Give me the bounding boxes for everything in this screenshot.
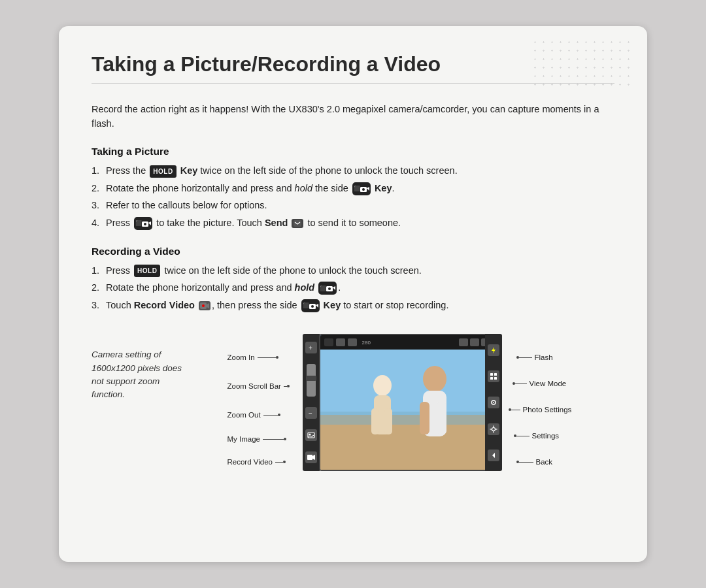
cam-icon-r2 bbox=[470, 338, 479, 346]
photo-settings-btn[interactable] bbox=[488, 397, 499, 408]
page-container: Taking a Picture/Recording a Video Recor… bbox=[59, 26, 647, 562]
section-recording-video: Recording a Video 1. Press HOLD twice on… bbox=[92, 246, 614, 314]
callout-my-image-label: My Image bbox=[227, 435, 261, 443]
camera-note: Camera setting of 1600x1200 pixels does … bbox=[92, 329, 186, 401]
callout-photo-settings-label: Photo Settings bbox=[523, 406, 572, 414]
callout-back-label: Back bbox=[536, 458, 553, 466]
callout-view-mode: View Mode bbox=[513, 380, 567, 387]
cam-icon-1 bbox=[324, 338, 333, 346]
svg-marker-1 bbox=[367, 187, 369, 191]
svg-rect-32 bbox=[437, 402, 446, 434]
svg-point-2 bbox=[362, 188, 365, 191]
flash-btn[interactable] bbox=[488, 344, 499, 356]
record-video-sidebar-btn[interactable] bbox=[305, 451, 317, 463]
cam-right-sidebar bbox=[485, 334, 502, 471]
camera-diagram-wrapper: + − bbox=[206, 329, 614, 479]
svg-rect-37 bbox=[494, 377, 497, 380]
taking-picture-steps: 1. Press the HOLD Key twice on the left … bbox=[92, 163, 614, 231]
svg-point-19 bbox=[309, 434, 311, 436]
cam-screen: 280 bbox=[319, 334, 496, 471]
svg-rect-22 bbox=[320, 350, 496, 415]
section2-title: Recording a Video bbox=[92, 246, 614, 257]
svg-text:−: − bbox=[309, 410, 312, 417]
svg-marker-14 bbox=[316, 304, 318, 308]
callout-record-video-label: Record Video bbox=[227, 458, 273, 466]
camera-key-icon-3 bbox=[318, 282, 337, 295]
hold-badge-1: HOLD bbox=[150, 165, 176, 178]
svg-marker-21 bbox=[312, 455, 315, 460]
svg-rect-24 bbox=[320, 412, 496, 425]
svg-rect-27 bbox=[371, 408, 379, 434]
svg-point-15 bbox=[311, 305, 314, 308]
svg-rect-28 bbox=[384, 408, 392, 434]
cam-top-bar: 280 bbox=[320, 335, 494, 350]
callout-zoom-in: Zoom In bbox=[227, 353, 278, 361]
callout-settings-label: Settings bbox=[532, 432, 560, 440]
bottom-section: Camera setting of 1600x1200 pixels does … bbox=[92, 329, 614, 479]
send-icon bbox=[292, 219, 303, 228]
svg-point-39 bbox=[493, 402, 494, 403]
svg-rect-35 bbox=[494, 373, 497, 376]
video-step-1: 1. Press HOLD twice on the left side of … bbox=[92, 263, 614, 279]
view-mode-btn[interactable] bbox=[488, 370, 499, 382]
settings-btn[interactable] bbox=[488, 423, 499, 435]
svg-marker-8 bbox=[333, 286, 335, 290]
callout-zoom-out: Zoom Out bbox=[227, 411, 280, 419]
svg-point-9 bbox=[328, 287, 331, 290]
video-step-3: 3. Touch Record Video , then press the s… bbox=[92, 297, 614, 314]
callout-my-image: My Image bbox=[227, 435, 287, 443]
svg-marker-4 bbox=[148, 221, 151, 225]
cam-icon-3 bbox=[348, 338, 357, 346]
svg-rect-34 bbox=[490, 373, 493, 376]
callout-record-video: Record Video bbox=[227, 458, 286, 466]
camera-key-icon-4 bbox=[301, 299, 320, 312]
my-image-btn[interactable] bbox=[305, 429, 317, 441]
camera-diagram: + − bbox=[227, 329, 594, 479]
svg-point-40 bbox=[492, 427, 495, 431]
zoom-out-btn[interactable]: − bbox=[305, 407, 317, 419]
cam-left-sidebar: + − bbox=[303, 334, 320, 471]
callout-flash-label: Flash bbox=[535, 353, 553, 361]
back-btn[interactable] bbox=[488, 449, 499, 461]
page-title: Taking a Picture/Recording a Video bbox=[92, 52, 614, 84]
svg-rect-20 bbox=[307, 455, 312, 460]
step-3: 3. Refer to the callouts below for optio… bbox=[92, 197, 614, 214]
cam-icon-2 bbox=[336, 338, 345, 346]
camera-key-icon-1 bbox=[352, 182, 371, 195]
svg-point-29 bbox=[423, 366, 446, 392]
svg-marker-33 bbox=[492, 347, 496, 353]
step-2: 2. Rotate the phone horizontally and pre… bbox=[92, 180, 614, 197]
section1-title: Taking a Picture bbox=[92, 146, 614, 157]
svg-marker-11 bbox=[207, 303, 209, 308]
svg-marker-45 bbox=[492, 453, 495, 458]
record-video-icon bbox=[199, 301, 210, 310]
intro-text: Record the action right as it happens! W… bbox=[92, 102, 614, 131]
svg-point-25 bbox=[373, 375, 392, 396]
svg-text:+: + bbox=[309, 344, 312, 351]
step-4: 4. Press to take the picture. Touch Send… bbox=[92, 215, 614, 231]
zoom-in-btn[interactable]: + bbox=[305, 342, 317, 353]
camera-key-icon-2 bbox=[134, 217, 152, 230]
callout-zoom-scroll-label: Zoom Scroll Bar bbox=[227, 382, 281, 390]
callout-zoom-in-label: Zoom In bbox=[227, 353, 255, 361]
callout-back: Back bbox=[516, 458, 553, 466]
recording-video-steps: 1. Press HOLD twice on the left side of … bbox=[92, 263, 614, 314]
zoom-scroll-bar[interactable] bbox=[307, 364, 316, 397]
cam-scene-svg bbox=[320, 350, 496, 471]
callout-view-mode-label: View Mode bbox=[530, 380, 567, 387]
svg-point-12 bbox=[202, 304, 205, 307]
svg-rect-31 bbox=[420, 402, 429, 434]
callout-settings: Settings bbox=[514, 432, 560, 440]
callout-zoom-out-label: Zoom Out bbox=[227, 411, 261, 419]
cam-scene bbox=[320, 350, 494, 470]
hold-badge-2: HOLD bbox=[134, 265, 160, 277]
section-taking-picture: Taking a Picture 1. Press the HOLD Key t… bbox=[92, 146, 614, 231]
cam-icon-r1 bbox=[459, 338, 468, 346]
callout-zoom-scroll: Zoom Scroll Bar bbox=[227, 382, 290, 390]
svg-rect-6 bbox=[294, 220, 301, 227]
step-1: 1. Press the HOLD Key twice on the left … bbox=[92, 163, 614, 179]
video-step-2: 2. Rotate the phone horizontally and pre… bbox=[92, 280, 614, 296]
cam-resolution: 280 bbox=[362, 340, 371, 346]
callout-photo-settings: Photo Settings bbox=[509, 406, 572, 414]
svg-rect-36 bbox=[490, 377, 493, 380]
